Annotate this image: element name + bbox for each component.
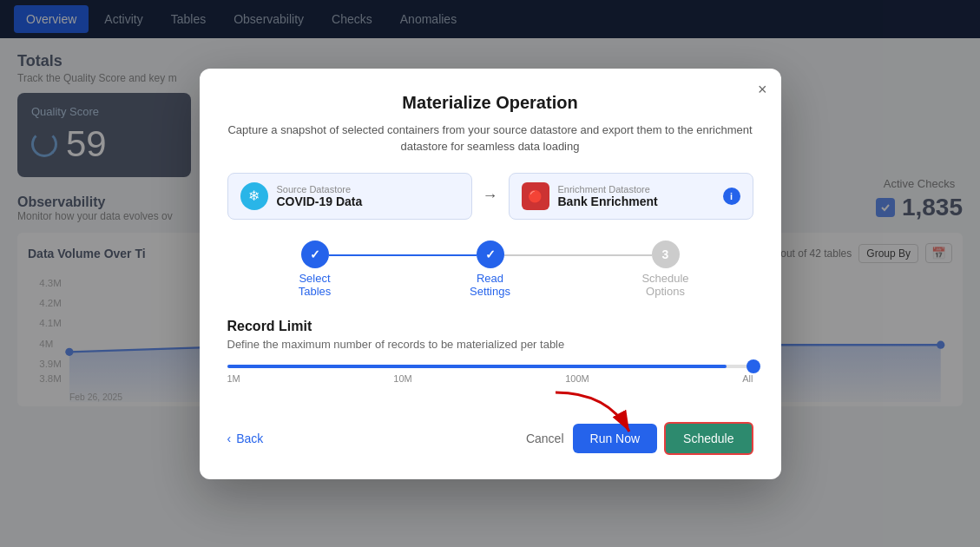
info-icon[interactable]: i <box>723 188 740 205</box>
back-chevron-icon: ‹ <box>227 432 232 445</box>
back-label: Back <box>236 432 263 445</box>
modal-title: Materialize Operation <box>227 93 753 113</box>
step2-circle: ✓ <box>477 241 504 268</box>
materialize-modal: × Materialize Operation Capture a snapsh… <box>200 69 781 479</box>
record-limit-section: Record Limit Define the maximum number o… <box>227 319 753 401</box>
record-limit-desc: Define the maximum number of records to … <box>227 338 753 351</box>
cancel-button[interactable]: Cancel <box>526 432 564 445</box>
snowflake-icon: ❄ <box>240 182 268 210</box>
step-schedule-options: 3 ScheduleOptions <box>578 241 753 298</box>
source-datastore-box: ❄ Source Datastore COVID-19 Data <box>227 173 472 220</box>
schedule-button[interactable]: Schedule <box>664 422 753 455</box>
enrichment-datastore-box: 🔴 Enrichment Datastore Bank Enrichment i <box>509 173 753 220</box>
modal-overlay: × Materialize Operation Capture a snapsh… <box>0 0 980 547</box>
steps-row: ✓ SelectTables ✓ ReadSettings 3 Schedule… <box>227 241 753 298</box>
source-ds-label: Source Datastore <box>277 184 363 194</box>
record-limit-slider-container: 1M 10M 100M All <box>227 365 753 401</box>
step-select-tables: ✓ SelectTables <box>227 241 403 298</box>
step1-circle: ✓ <box>301 241 329 268</box>
back-button[interactable]: ‹ Back <box>227 432 264 445</box>
arrow-icon: → <box>483 187 498 205</box>
step2-label: ReadSettings <box>470 272 510 298</box>
step3-circle: 3 <box>652 241 680 268</box>
run-now-button[interactable]: Run Now <box>573 424 658 453</box>
datastore-row: ❄ Source Datastore COVID-19 Data → 🔴 Enr… <box>227 173 753 220</box>
modal-footer: ‹ Back Cancel Run Now Schedule <box>227 422 753 455</box>
enrichment-ds-name: Bank Enrichment <box>558 194 658 208</box>
record-limit-title: Record Limit <box>227 319 753 334</box>
modal-close-button[interactable]: × <box>758 81 767 99</box>
enrichment-icon: 🔴 <box>522 182 549 210</box>
enrichment-ds-info: Enrichment Datastore Bank Enrichment <box>558 184 658 208</box>
step-read-settings: ✓ ReadSettings <box>403 241 578 298</box>
step3-label: ScheduleOptions <box>641 272 688 298</box>
source-ds-name: COVID-19 Data <box>277 194 363 208</box>
source-ds-info: Source Datastore COVID-19 Data <box>277 184 363 208</box>
step1-label: SelectTables <box>299 272 332 298</box>
modal-description: Capture a snapshot of selected container… <box>227 122 753 155</box>
enrichment-ds-label: Enrichment Datastore <box>558 184 658 194</box>
